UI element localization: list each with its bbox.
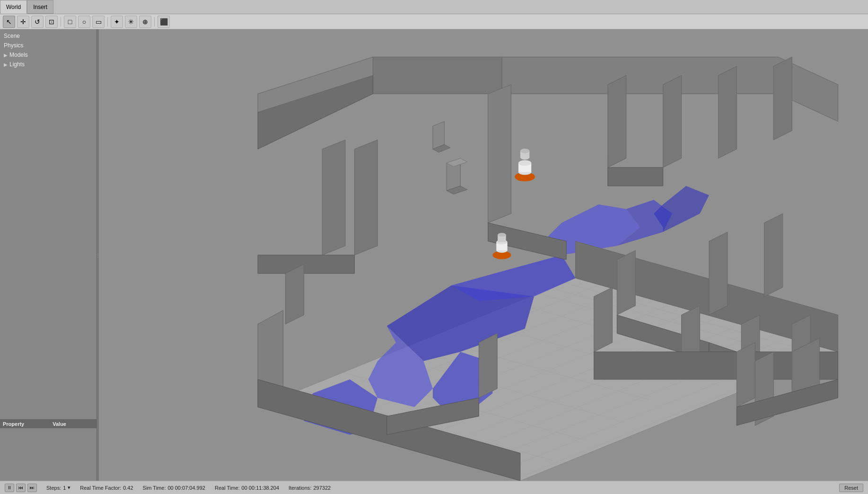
- svg-marker-40: [258, 255, 354, 273]
- reset-button[interactable]: Reset: [839, 484, 863, 492]
- steps-section: Steps: 1 ▾: [46, 485, 70, 491]
- svg-marker-58: [594, 287, 613, 352]
- sim-time-value: 00 00:07:04.992: [167, 485, 205, 491]
- svg-marker-45: [663, 75, 682, 168]
- toolbar-separator-1: [61, 17, 61, 26]
- svg-marker-42: [488, 85, 511, 223]
- svg-point-69: [520, 149, 529, 153]
- iterations-section: Iterations: 297322: [289, 485, 331, 491]
- property-column-header: Property: [3, 421, 24, 427]
- steps-value: 1: [63, 485, 66, 491]
- tree-item-scene[interactable]: Scene: [0, 31, 96, 41]
- camera-button[interactable]: ⬛: [158, 16, 170, 28]
- real-time-label: Real Time:: [215, 485, 240, 491]
- svg-point-75: [498, 233, 506, 237]
- svg-marker-41: [285, 264, 304, 324]
- svg-marker-39: [354, 140, 377, 255]
- svg-point-66: [518, 160, 531, 166]
- physics-label: Physics: [4, 42, 23, 49]
- sim-time-label: Sim Time:: [143, 485, 166, 491]
- box-tool-button[interactable]: □: [64, 16, 76, 28]
- tree-item-models[interactable]: ▶ Models: [0, 50, 96, 60]
- svg-marker-47: [718, 66, 736, 159]
- svg-marker-52: [764, 213, 783, 296]
- sim-time-section: Sim Time: 00 00:07:04.992: [143, 485, 205, 491]
- svg-marker-44: [608, 75, 626, 168]
- rotate-tool-button[interactable]: ↺: [31, 16, 44, 28]
- light-tool-button[interactable]: ✦: [111, 16, 123, 28]
- step-back-button[interactable]: ⏮: [16, 484, 26, 492]
- models-label: Models: [9, 52, 28, 58]
- svg-marker-51: [709, 232, 728, 315]
- real-time-factor-value: 0.42: [123, 485, 133, 491]
- real-time-factor-section: Real Time Factor: 0.42: [80, 485, 133, 491]
- real-time-section: Real Time: 00 00:11:38.204: [215, 485, 279, 491]
- iterations-value: 297322: [313, 485, 331, 491]
- pause-button[interactable]: ⏸: [5, 484, 14, 492]
- svg-marker-46: [608, 168, 663, 186]
- iterations-label: Iterations:: [289, 485, 311, 491]
- properties-header: Property Value: [0, 420, 96, 428]
- svg-marker-57: [322, 140, 345, 255]
- lights-label: Lights: [9, 61, 25, 68]
- playback-controls: ⏸ ⏮ ⏭: [5, 484, 37, 492]
- tab-insert[interactable]: Insert: [27, 0, 53, 14]
- real-time-factor-label: Real Time Factor:: [80, 485, 121, 491]
- step-forward-button[interactable]: ⏭: [27, 484, 37, 492]
- select-tool-button[interactable]: ↖: [3, 16, 15, 28]
- svg-marker-48: [773, 57, 792, 140]
- svg-marker-81: [736, 343, 755, 407]
- main-content: Scene Physics ▶ Models ▶ Lights Property…: [0, 29, 868, 481]
- spot-light-button[interactable]: ✳: [125, 16, 137, 28]
- top-bar: World Insert: [0, 0, 868, 14]
- scale-tool-button[interactable]: ⊡: [45, 16, 58, 28]
- tree-item-lights[interactable]: ▶ Lights: [0, 60, 96, 69]
- lights-arrow-icon: ▶: [4, 62, 8, 67]
- status-bar: ⏸ ⏮ ⏭ Steps: 1 ▾ Real Time Factor: 0.42 …: [0, 481, 868, 494]
- steps-label: Steps:: [46, 485, 61, 491]
- svg-marker-37: [373, 57, 502, 94]
- directional-light-button[interactable]: ⊕: [139, 16, 151, 28]
- toolbar: ↖ ✛ ↺ ⊡ □ ○ ▭ ✦ ✳ ⊕ ⬛: [0, 14, 868, 29]
- scene-viewport-svg: [99, 29, 868, 481]
- models-arrow-icon: ▶: [4, 53, 8, 58]
- properties-panel: Property Value: [0, 419, 96, 481]
- toolbar-separator-3: [154, 17, 155, 26]
- tree-item-physics[interactable]: Physics: [0, 41, 96, 50]
- left-panel: Scene Physics ▶ Models ▶ Lights Property…: [0, 29, 97, 481]
- svg-marker-54: [479, 333, 497, 397]
- value-column-header: Value: [53, 421, 66, 427]
- world-tree: Scene Physics ▶ Models ▶ Lights: [0, 29, 96, 419]
- scene-label: Scene: [4, 33, 20, 39]
- viewport[interactable]: [99, 29, 868, 481]
- steps-dropdown-icon[interactable]: ▾: [68, 485, 70, 491]
- tab-world[interactable]: World: [0, 0, 27, 14]
- svg-marker-49: [617, 250, 635, 315]
- real-time-value: 00 00:11:38.204: [242, 485, 280, 491]
- translate-tool-button[interactable]: ✛: [17, 16, 29, 28]
- cylinder-tool-button[interactable]: ▭: [92, 16, 105, 28]
- sphere-tool-button[interactable]: ○: [78, 16, 90, 28]
- toolbar-separator-2: [107, 17, 108, 26]
